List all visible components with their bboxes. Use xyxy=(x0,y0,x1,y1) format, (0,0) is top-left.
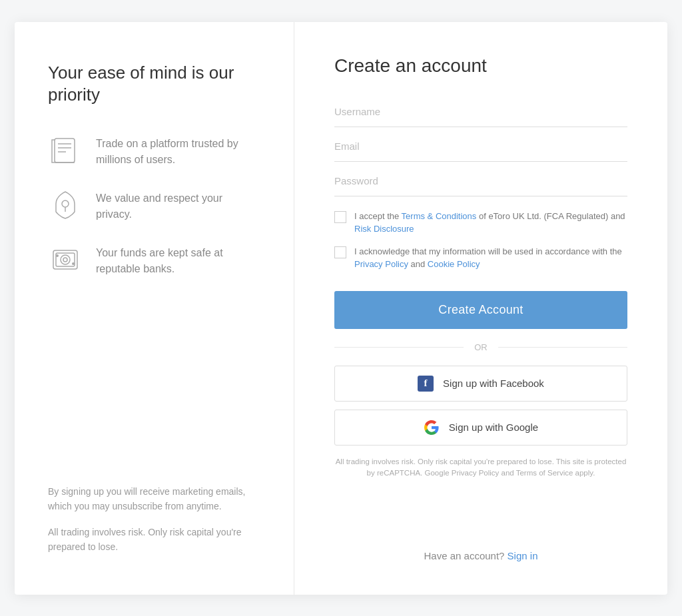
feature-platform: Trade on a platform trusted by millions … xyxy=(48,133,260,168)
recaptcha-disclaimer: All trading involves risk. Only risk cap… xyxy=(334,456,627,479)
svg-point-8 xyxy=(61,255,70,264)
facebook-signup-button[interactable]: f Sign up with Facebook xyxy=(334,366,627,402)
facebook-label: Sign up with Facebook xyxy=(443,378,544,389)
feature-list: Trade on a platform trusted by millions … xyxy=(48,133,260,277)
checkbox-terms-label: I accept the Terms & Conditions of eToro… xyxy=(354,210,627,236)
funds-icon xyxy=(48,242,83,277)
or-divider: OR xyxy=(334,342,627,352)
svg-point-12 xyxy=(72,262,75,265)
signup-form: I accept the Terms & Conditions of eToro… xyxy=(334,97,627,329)
feature-privacy: We value and respect your privacy. xyxy=(48,188,260,222)
checkbox-privacy-item: I acknowledge that my information will b… xyxy=(334,245,627,271)
checkbox-privacy[interactable] xyxy=(334,246,346,258)
svg-rect-0 xyxy=(55,139,75,162)
email-input[interactable] xyxy=(334,131,627,162)
form-title: Create an account xyxy=(334,55,627,77)
feature-platform-text: Trade on a platform trusted by millions … xyxy=(96,133,260,168)
social-buttons: f Sign up with Facebook Sign up with Goo… xyxy=(334,366,627,446)
svg-point-9 xyxy=(63,258,67,262)
risk-disclosure-link[interactable]: Risk Disclosure xyxy=(354,224,414,234)
terms-conditions-link[interactable]: Terms & Conditions xyxy=(402,211,477,221)
username-input[interactable] xyxy=(334,97,627,127)
left-disclaimers: By signing up you will receive marketing… xyxy=(48,484,260,555)
google-label: Sign up with Google xyxy=(449,422,538,433)
password-input[interactable] xyxy=(334,166,627,196)
svg-point-11 xyxy=(56,254,59,257)
username-group xyxy=(334,97,627,127)
password-group xyxy=(334,166,627,196)
checkbox-terms[interactable] xyxy=(334,211,346,223)
checkbox-terms-item: I accept the Terms & Conditions of eToro… xyxy=(334,210,627,236)
left-panel: Your ease of mind is our priority Trade … xyxy=(15,22,294,595)
svg-point-4 xyxy=(62,200,69,207)
right-panel: Create an account I accept the Terms & C… xyxy=(294,22,667,595)
checkboxes-container: I accept the Terms & Conditions of eToro… xyxy=(334,210,627,271)
feature-funds: Your funds are kept safe at reputable ba… xyxy=(48,242,260,277)
feature-privacy-text: We value and respect your privacy. xyxy=(96,188,260,222)
signin-prompt: Have an account? Sign in xyxy=(334,530,627,561)
facebook-icon: f xyxy=(418,376,434,392)
cookie-policy-link[interactable]: Cookie Policy xyxy=(428,259,480,269)
email-group xyxy=(334,131,627,162)
left-headline: Your ease of mind is our priority xyxy=(48,62,260,107)
main-container: Your ease of mind is our priority Trade … xyxy=(15,22,667,595)
create-account-button[interactable]: Create Account xyxy=(334,291,627,329)
disclaimer-risk: All trading involves risk. Only risk cap… xyxy=(48,525,260,555)
feature-funds-text: Your funds are kept safe at reputable ba… xyxy=(96,242,260,277)
google-icon xyxy=(424,420,440,436)
disclaimer-marketing: By signing up you will receive marketing… xyxy=(48,484,260,514)
privacy-icon xyxy=(48,188,83,222)
checkbox-privacy-label: I acknowledge that my information will b… xyxy=(354,245,627,271)
signin-link[interactable]: Sign in xyxy=(508,550,538,561)
privacy-policy-link[interactable]: Privacy Policy xyxy=(354,259,408,269)
platform-icon xyxy=(48,133,83,168)
google-signup-button[interactable]: Sign up with Google xyxy=(334,410,627,446)
